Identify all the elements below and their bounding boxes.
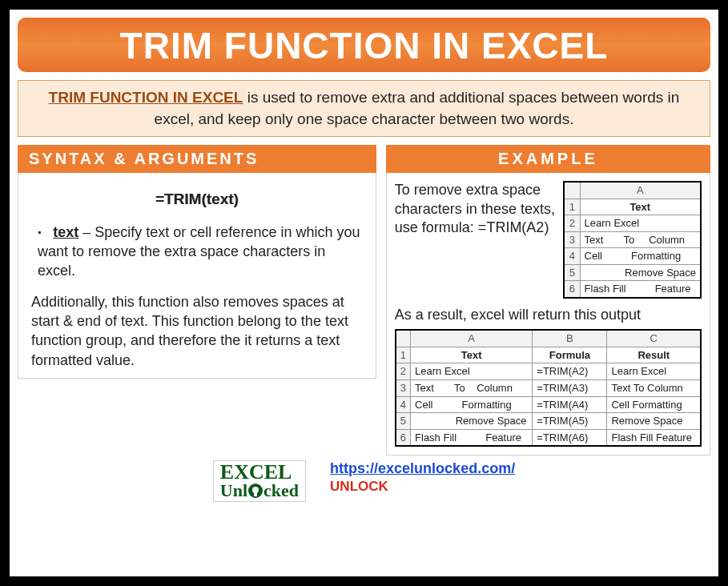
example-heading: EXAMPLE <box>386 145 710 173</box>
row-number: 4 <box>396 396 411 413</box>
row-number: 6 <box>396 429 411 446</box>
keyhole-icon <box>248 484 263 498</box>
cell: Text <box>580 199 701 215</box>
argument-name: text <box>53 224 78 240</box>
cell: =TRIM(A2) <box>533 363 607 380</box>
cell: Remove Space <box>607 413 701 430</box>
cell: Flash Fill Feature <box>411 429 533 446</box>
cell: Flash Fill Feature <box>580 281 701 298</box>
cell: Learn Excel <box>607 363 701 380</box>
table-row: 2Learn Excel <box>564 215 701 232</box>
cell: =TRIM(A3) <box>533 379 607 396</box>
table-row: 6Flash Fill Feature <box>564 281 701 298</box>
table-row: 5 Remove Space=TRIM(A5)Remove Space <box>396 413 701 430</box>
row-number: 3 <box>564 231 580 248</box>
argument-desc: – Specify text or cell reference in whic… <box>38 224 360 279</box>
footer-url-link[interactable]: https://excelunlocked.com/ <box>330 460 515 476</box>
page-title: TRIM FUNCTION IN EXCEL <box>18 24 710 67</box>
row-number: 6 <box>564 281 580 298</box>
footer: EXCEL Unlcked https://excelunlocked.com/… <box>18 460 710 502</box>
cell: Text To Column <box>580 231 701 248</box>
col-header-b: B <box>533 330 607 347</box>
example-result-line: As a result, excel will return this outp… <box>395 305 702 324</box>
example-input-table: A 1Text2Learn Excel3Text To Column4Cell … <box>563 181 702 299</box>
example-column: EXAMPLE To remove extra space characters… <box>386 145 710 456</box>
footer-unlock: UNLOCK <box>330 479 515 495</box>
brand-logo: EXCEL Unlcked <box>213 460 306 502</box>
logo-part-a: Unl <box>220 480 247 500</box>
title-bar: TRIM FUNCTION IN EXCEL <box>18 18 710 72</box>
argument-item: text – Specify text or cell reference in… <box>38 223 363 281</box>
cell: =TRIM(A6) <box>533 429 607 446</box>
corner-cell <box>396 330 411 347</box>
argument-list: text – Specify text or cell reference in… <box>38 223 363 281</box>
cell: Text To Column <box>607 379 701 396</box>
document-card: TRIM FUNCTION IN EXCEL TRIM FUNCTION IN … <box>10 10 718 576</box>
columns: SYNTAX & ARGUMENTS =TRIM(text) text – Sp… <box>18 145 710 456</box>
row-number: 3 <box>396 379 411 396</box>
example-body: To remove extra space characters in thes… <box>386 173 710 456</box>
table-row: 4Cell Formatting <box>564 248 701 265</box>
syntax-heading: SYNTAX & ARGUMENTS <box>18 145 376 173</box>
example-top-row: To remove extra space characters in thes… <box>395 181 702 299</box>
row-number: 4 <box>564 248 580 265</box>
table-row: 4Cell Formatting=TRIM(A4)Cell Formatting <box>396 396 701 413</box>
table-row: 3Text To Column=TRIM(A3)Text To Column <box>396 379 701 396</box>
cell: Text To Column <box>411 379 533 396</box>
corner-cell <box>564 182 580 199</box>
table-row: 1TextFormulaResult <box>396 347 701 363</box>
row-number: 1 <box>396 347 411 363</box>
table-row: 5 Remove Space <box>564 264 701 281</box>
table-row: 2Learn Excel=TRIM(A2)Learn Excel <box>396 363 701 380</box>
logo-line2: Unlcked <box>220 483 299 500</box>
row-number: 5 <box>564 264 580 281</box>
cell: =TRIM(A5) <box>533 413 607 430</box>
row-number: 5 <box>396 413 411 430</box>
cell: Remove Space <box>580 264 701 281</box>
logo-part-b: cked <box>263 480 299 500</box>
example-output-table: A B C 1TextFormulaResult2Learn Excel=TRI… <box>395 329 702 447</box>
footer-links: https://excelunlocked.com/ UNLOCK <box>330 460 515 495</box>
cell: Cell Formatting <box>411 396 533 413</box>
intro-box: TRIM FUNCTION IN EXCEL is used to remove… <box>18 80 710 137</box>
row-number: 2 <box>396 363 411 380</box>
col-header: A <box>580 182 701 199</box>
table-row: 1Text <box>564 199 701 215</box>
col-header-a: A <box>411 330 533 347</box>
col-header-c: C <box>607 330 701 347</box>
syntax-column: SYNTAX & ARGUMENTS =TRIM(text) text – Sp… <box>18 145 376 456</box>
cell: Result <box>607 347 701 363</box>
cell: Flash Fill Feature <box>607 429 701 446</box>
syntax-additional: Additionally, this function also removes… <box>31 292 363 370</box>
cell: Learn Excel <box>411 363 533 380</box>
syntax-body: =TRIM(text) text – Specify text or cell … <box>18 173 376 379</box>
cell: Cell Formatting <box>607 396 701 413</box>
table-row: 3Text To Column <box>564 231 701 248</box>
cell: =TRIM(A4) <box>533 396 607 413</box>
syntax-formula: =TRIM(text) <box>31 189 363 210</box>
cell: Text <box>411 347 533 363</box>
cell: Cell Formatting <box>580 248 701 265</box>
row-number: 1 <box>564 199 580 215</box>
cell: Formula <box>533 347 607 363</box>
cell: Remove Space <box>411 413 533 430</box>
cell: Learn Excel <box>580 215 701 232</box>
table-header-row: A <box>564 182 701 199</box>
intro-lead: TRIM FUNCTION IN EXCEL <box>49 89 243 106</box>
row-number: 2 <box>564 215 580 232</box>
table-header-row: A B C <box>396 330 701 347</box>
table-row: 6Flash Fill Feature=TRIM(A6)Flash Fill F… <box>396 429 701 446</box>
example-intro: To remove extra space characters in thes… <box>395 181 555 299</box>
